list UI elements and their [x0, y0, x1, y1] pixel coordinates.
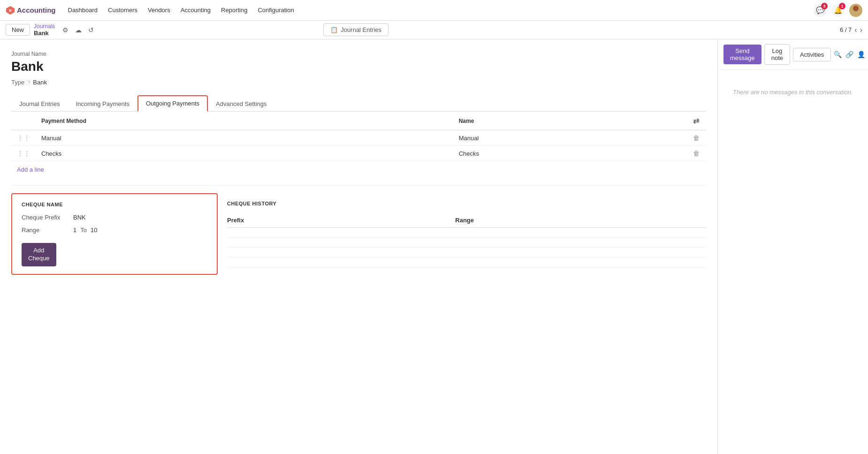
- cheque-history-table: Prefix Range: [227, 213, 706, 267]
- chat-panel: Send message Log note Activities 🔍 🔗 👤 F…: [718, 39, 868, 454]
- range-inputs: 1 To 10: [73, 227, 97, 234]
- new-button[interactable]: New: [6, 24, 30, 36]
- content-panel: Journal Name Bank Type ? Bank Journal En…: [0, 39, 718, 454]
- range-to-value[interactable]: 10: [91, 227, 97, 234]
- name-checks: Checks: [453, 146, 687, 161]
- journal-name-label: Journal Name: [11, 51, 706, 57]
- nav-accounting[interactable]: Accounting: [176, 5, 215, 15]
- history-row-empty-1: [227, 228, 706, 238]
- cheque-name-title: CHEQUE NAME: [22, 202, 207, 207]
- user-avatar[interactable]: [849, 4, 862, 17]
- journal-entries-icon: 📋: [330, 26, 338, 33]
- chat-icons: 🔍 🔗 👤 Follow: [834, 48, 868, 61]
- alert-badge: 1: [839, 3, 845, 9]
- nav-reporting[interactable]: Reporting: [216, 5, 252, 15]
- alerts-btn[interactable]: 🔔 1: [831, 4, 845, 17]
- tab-incoming-payments[interactable]: Incoming Payments: [68, 95, 137, 112]
- settings-icon[interactable]: ⚙: [61, 25, 70, 35]
- svg-point-2: [853, 6, 859, 11]
- section-divider: [11, 185, 706, 186]
- toolbar-icons: ⚙ ☁ ↺: [61, 25, 96, 35]
- user-chat-btn[interactable]: 👤: [857, 51, 865, 58]
- breadcrumb: Journals Bank: [34, 23, 55, 37]
- notifications-btn[interactable]: 💬 3: [814, 4, 827, 17]
- tab-advanced-settings[interactable]: Advanced Settings: [208, 95, 274, 112]
- link-chat-btn[interactable]: 🔗: [845, 51, 853, 58]
- top-nav: ✕ Accounting Dashboard Customers Vendors…: [0, 0, 868, 21]
- add-cheque-button[interactable]: AddCheque: [22, 243, 56, 266]
- no-messages-text: There are no messages in this conversati…: [718, 70, 868, 114]
- swap-icon[interactable]: ⇄: [693, 117, 699, 125]
- main-layout: Journal Name Bank Type ? Bank Journal En…: [0, 39, 868, 454]
- tabs: Journal Entries Incoming Payments Outgoi…: [11, 95, 706, 112]
- payment-methods-table: Payment Method Name ⇄ ⋮⋮ Manual Manual 🗑: [11, 112, 706, 161]
- second-toolbar: New Journals Bank ⚙ ☁ ↺ 📋 Journal Entrie…: [0, 21, 868, 39]
- history-row-empty-2: [227, 238, 706, 248]
- cheque-history-title: CHEQUE HISTORY: [227, 201, 706, 206]
- table-row: ⋮⋮ Manual Manual 🗑: [11, 130, 706, 146]
- refresh-icon[interactable]: ↺: [86, 25, 96, 35]
- cloud-icon[interactable]: ☁: [73, 25, 84, 35]
- add-line-button[interactable]: Add a line: [11, 161, 50, 178]
- history-row-empty-4: [227, 257, 706, 267]
- col-payment-method: Payment Method: [36, 112, 453, 130]
- history-col-prefix: Prefix: [227, 213, 455, 228]
- send-message-button[interactable]: Send message: [723, 45, 761, 64]
- nav-links: Dashboard Customers Vendors Accounting R…: [63, 5, 299, 15]
- history-row-empty-3: [227, 248, 706, 257]
- drag-handle[interactable]: ⋮⋮: [17, 150, 30, 157]
- top-nav-right: 💬 3 🔔 1: [814, 4, 862, 17]
- prev-page-btn[interactable]: ‹: [854, 26, 857, 34]
- nav-vendors[interactable]: Vendors: [143, 5, 175, 15]
- prefix-value[interactable]: BNK: [73, 214, 86, 221]
- cheque-name-box: CHEQUE NAME Cheque Prefix BNK Range 1 To…: [11, 193, 218, 275]
- delete-checks-btn[interactable]: 🗑: [693, 150, 700, 157]
- log-note-button[interactable]: Log note: [764, 44, 790, 65]
- search-chat-btn[interactable]: 🔍: [834, 51, 842, 58]
- range-label: Range: [22, 227, 73, 234]
- app-logo: ✕ Accounting: [6, 6, 56, 15]
- method-checks: Checks: [36, 146, 453, 161]
- chat-toolbar: Send message Log note Activities 🔍 🔗 👤 F…: [718, 39, 868, 70]
- history-col-range: Range: [455, 213, 706, 228]
- journal-entries-label: Journal Entries: [341, 26, 381, 33]
- cheque-prefix-field: Cheque Prefix BNK: [22, 214, 207, 221]
- type-label: Type: [11, 79, 24, 86]
- type-help-icon: ?: [27, 80, 30, 85]
- page-label: 6 / 7: [840, 26, 852, 33]
- range-to-label: To: [80, 227, 87, 234]
- nav-configuration[interactable]: Configuration: [253, 5, 298, 15]
- nav-customers[interactable]: Customers: [103, 5, 142, 15]
- pagination: 6 / 7 ‹ ›: [840, 26, 862, 34]
- app-brand: Accounting: [17, 6, 56, 14]
- delete-manual-btn[interactable]: 🗑: [693, 134, 700, 142]
- breadcrumb-parent[interactable]: Journals: [34, 23, 55, 30]
- activities-button[interactable]: Activities: [793, 48, 831, 61]
- breadcrumb-current: Bank: [34, 30, 55, 37]
- nav-dashboard[interactable]: Dashboard: [63, 5, 103, 15]
- svg-point-3: [851, 12, 860, 17]
- cheque-range-field: Range 1 To 10: [22, 227, 207, 234]
- table-row: ⋮⋮ Checks Checks 🗑: [11, 146, 706, 161]
- col-name: Name: [453, 112, 687, 130]
- notification-badge: 3: [821, 3, 828, 9]
- name-manual: Manual: [453, 130, 687, 146]
- type-value: Bank: [33, 79, 47, 86]
- cheque-sections: CHEQUE NAME Cheque Prefix BNK Range 1 To…: [11, 193, 706, 275]
- cheque-history-box: CHEQUE HISTORY Prefix Range: [227, 193, 706, 275]
- journal-name-title: Bank: [11, 59, 706, 74]
- journal-entries-button[interactable]: 📋 Journal Entries: [323, 23, 388, 36]
- tab-outgoing-payments[interactable]: Outgoing Payments: [137, 95, 208, 112]
- range-from-value[interactable]: 1: [73, 227, 76, 234]
- method-manual: Manual: [36, 130, 453, 146]
- svg-text:✕: ✕: [8, 8, 12, 13]
- drag-handle[interactable]: ⋮⋮: [17, 134, 30, 142]
- tab-journal-entries[interactable]: Journal Entries: [11, 95, 68, 112]
- journal-type-row: Type ? Bank: [11, 79, 706, 86]
- prefix-label: Cheque Prefix: [22, 214, 73, 221]
- next-page-btn[interactable]: ›: [860, 26, 862, 34]
